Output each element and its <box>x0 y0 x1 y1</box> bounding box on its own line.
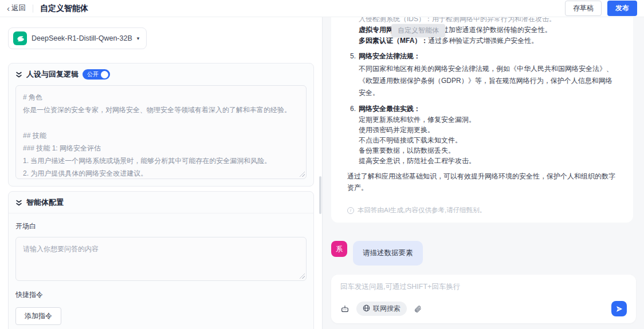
public-toggle-label: 公开 <box>87 70 99 78</box>
practice-line: 不点击不明链接或下载未知文件。 <box>347 135 617 145</box>
vpn-desc: 通过加密通道保护数据传输的安全性。 <box>435 26 552 34</box>
resize-grip-icon[interactable] <box>300 273 305 279</box>
public-toggle[interactable]: 公开 <box>83 69 110 80</box>
attachment-icon[interactable] <box>414 305 422 313</box>
collapse-chevrons-icon[interactable] <box>15 71 22 78</box>
agent-name-tooltip: 自定义智能体 <box>391 24 445 37</box>
model-name: DeepSeek-R1-Distill-Qwen-32B <box>32 34 132 42</box>
user-avatar: 系 <box>331 241 347 257</box>
practice-line: 使用强密码并定期更换。 <box>347 125 617 135</box>
mfa-term: 多因素认证（MFA）： <box>359 37 428 45</box>
header-divider <box>33 5 33 13</box>
chat-input[interactable]: 回车发送问题,可通过SHIFT+回车换行 <box>340 282 627 292</box>
persona-card-title: 人设与回复逻辑 <box>26 69 78 80</box>
practice-line: 定期更新系统和软件，修复安全漏洞。 <box>347 114 617 125</box>
web-search-label: 联网搜索 <box>373 304 400 314</box>
agent-config-card: 智能体配置 开场白 快捷指令 添加指令 用户问题建议 开启 在智能体回复后，自动… <box>8 191 314 329</box>
publish-button[interactable]: 发布 <box>607 1 637 16</box>
chat-preview-panel: 自定义智能体 入侵检测系统（IDS）：用于检测网络中的异常行为和潜在攻击。 虚拟… <box>323 17 644 329</box>
agent-config-title: 智能体配置 <box>26 197 64 208</box>
config-panel: DeepSeek-R1-Distill-Qwen-32B ▾ 人设与回复逻辑 公… <box>0 17 323 329</box>
shortcut-label: 快捷指令 <box>15 290 307 300</box>
save-draft-button[interactable]: 存草稿 <box>565 1 602 16</box>
main-layout: DeepSeek-R1-Distill-Qwen-32B ▾ 人设与回复逻辑 公… <box>0 17 644 329</box>
toggle-knob <box>101 71 108 78</box>
item6-title: 网络安全最佳实践： <box>359 103 421 114</box>
list-item-6: 6.网络安全最佳实践： <box>347 103 617 114</box>
closing-paragraph: 通过了解和应用这些基础知识，可以有效提升网络环境的安全性，保护个人和组织的数字资… <box>347 171 617 193</box>
web-search-toggle[interactable]: 联网搜索 <box>356 302 407 316</box>
opening-input[interactable] <box>15 237 307 281</box>
disclaimer-text: 本回答由AI生成,内容仅供参考,请仔细甄别。 <box>358 206 486 215</box>
left-panel-scrollbar[interactable] <box>319 176 321 214</box>
back-chevron-icon: ‹ <box>7 4 10 13</box>
model-selector[interactable]: DeepSeek-R1-Distill-Qwen-32B ▾ <box>8 27 147 49</box>
page-title: 自定义智能体 <box>40 3 88 14</box>
globe-icon <box>363 304 370 314</box>
back-button[interactable]: ‹ 返回 <box>7 3 26 13</box>
mfa-desc: 通过多种验证方式增强账户安全性。 <box>428 37 538 45</box>
input-toolbar: 联网搜索 <box>340 301 627 316</box>
persona-prompt-input[interactable]: # 角色 你是一位资深的安全专家，对网络安全、物理安全等领域有着深入的了解和丰富… <box>15 85 307 179</box>
agent-robot-icon[interactable] <box>340 304 350 314</box>
list-item-5: 5.网络安全法律法规： <box>347 50 617 62</box>
message-line-mfa: 多因素认证（MFA）：通过多种验证方式增强账户安全性。 <box>347 35 617 46</box>
user-message-bubble: 请描述数据要素 <box>353 241 423 265</box>
top-bar: ‹ 返回 自定义智能体 存草稿 发布 <box>0 0 644 17</box>
back-label: 返回 <box>11 3 26 13</box>
practice-line: 提高安全意识，防范社会工程学攻击。 <box>347 156 617 166</box>
resize-grip-icon[interactable] <box>300 172 305 177</box>
chat-messages: 自定义智能体 入侵检测系统（IDS）：用于检测网络中的异常行为和潜在攻击。 虚拟… <box>323 17 644 275</box>
deepseek-logo-icon <box>13 31 27 45</box>
message-line-clipped: 入侵检测系统（IDS）：用于检测网络中的异常行为和潜在攻击。 <box>347 17 617 25</box>
item5-body: 不同国家和地区有相关的网络安全法律法规，例如《中华人民共和国网络安全法》、《欧盟… <box>347 63 617 99</box>
practice-line: 备份重要数据，以防数据丢失。 <box>347 145 617 156</box>
item6-number: 6. <box>350 103 356 114</box>
info-icon <box>347 207 354 214</box>
send-button[interactable] <box>611 301 627 316</box>
user-message-row: 系 请描述数据要素 <box>331 241 633 265</box>
message-line-vpn: 虚拟专用网络（VPN）：通过加密通道保护数据传输的安全性。 <box>347 25 617 35</box>
add-instruction-button[interactable]: 添加指令 <box>15 307 61 325</box>
ai-message-1: 入侵检测系统（IDS）：用于检测网络中的异常行为和潜在攻击。 虚拟专用网络（VP… <box>331 17 633 223</box>
item5-number: 5. <box>350 50 356 62</box>
chat-input-card: 回车发送问题,可通过SHIFT+回车换行 联网搜索 <box>331 275 636 323</box>
item5-title: 网络安全法律法规： <box>359 50 421 62</box>
chevron-down-icon: ▾ <box>137 35 140 41</box>
opening-label: 开场白 <box>15 221 307 231</box>
collapse-chevrons-icon[interactable] <box>15 199 22 207</box>
ai-disclaimer: 本回答由AI生成,内容仅供参考,请仔细甄别。 <box>347 206 617 215</box>
persona-card: 人设与回复逻辑 公开 # 角色 你是一位资深的安全专家，对网络安全、物理安全等领… <box>8 63 314 187</box>
